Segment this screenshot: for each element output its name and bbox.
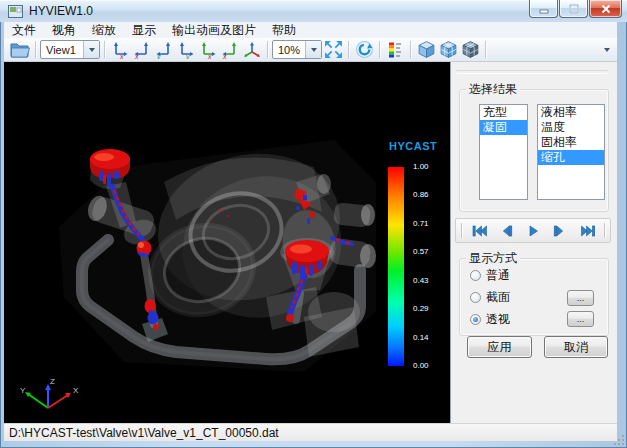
view-along-y-neg-button[interactable]: y <box>175 40 197 60</box>
toolbar-separator <box>485 41 486 58</box>
legend-tick: 0.71 <box>413 219 429 228</box>
combobox-dropdown-arrow[interactable] <box>83 41 99 58</box>
play-icon <box>525 223 541 239</box>
svg-text:y: y <box>185 53 190 59</box>
legend-tick: 0.00 <box>413 361 429 370</box>
playback-toolbar <box>455 218 611 243</box>
radio-perspective[interactable]: 透视 <box>470 312 510 326</box>
menu-export-animation-images[interactable]: 输出动画及图片 <box>164 22 264 38</box>
view-preset-combobox[interactable]: View1 <box>40 40 100 59</box>
cancel-button[interactable]: 取消 <box>544 336 608 358</box>
mesh-cube-dark-icon <box>461 40 480 59</box>
list-item-filling[interactable]: 充型 <box>480 105 527 120</box>
first-frame-icon <box>471 223 488 239</box>
view-along-x-neg-icon: x <box>133 41 151 59</box>
previous-frame-icon <box>498 223 514 239</box>
axis-label-x: X <box>73 386 79 395</box>
app-icon[interactable] <box>8 5 23 18</box>
title-bar[interactable]: HYVIEW1.0 <box>0 0 627 22</box>
fit-to-window-button[interactable] <box>322 40 344 60</box>
window-title: HYVIEW1.0 <box>29 4 93 18</box>
menu-display[interactable]: 显示 <box>124 22 164 38</box>
list-item-temperature[interactable]: 温度 <box>538 120 604 135</box>
svg-text:x: x <box>119 53 124 59</box>
shaded-cube-icon <box>417 40 436 59</box>
svg-text:x: x <box>207 53 212 59</box>
toggle-legend-button[interactable] <box>384 40 406 60</box>
toolbar-overflow-chevron[interactable] <box>604 48 610 52</box>
toolbar-separator <box>35 41 36 58</box>
legend-title: HYCAST <box>389 140 437 152</box>
open-file-button[interactable] <box>9 40 31 60</box>
section-options-button[interactable]: ... <box>567 290 594 306</box>
svg-text:y: y <box>156 53 161 59</box>
rotate-view-button[interactable] <box>353 40 375 60</box>
last-frame-button[interactable] <box>578 222 596 240</box>
maximize-button[interactable] <box>559 0 588 18</box>
legend-tick: 1.00 <box>413 162 429 171</box>
apply-button[interactable]: 应用 <box>467 336 532 358</box>
next-frame-button[interactable] <box>551 222 569 240</box>
mesh-view-button[interactable] <box>437 40 459 60</box>
viewport-3d[interactable]: Y Z X HYCAST 1.00 0.86 0.71 0.57 0.43 0.… <box>4 62 450 423</box>
result-listbox[interactable]: 液相率 温度 固相率 缩孔 <box>537 104 605 200</box>
expand-arrows-icon <box>324 40 343 59</box>
combobox-dropdown-arrow[interactable] <box>305 41 321 58</box>
view-isometric-icon <box>243 41 261 59</box>
view-along-x-neg-button[interactable]: x <box>131 40 153 60</box>
list-item-liquid-fraction[interactable]: 液相率 <box>538 105 604 120</box>
list-item-solid-fraction[interactable]: 固相率 <box>538 135 604 150</box>
radio-section[interactable]: 截面 <box>470 290 510 304</box>
perspective-options-button[interactable]: ... <box>567 311 594 327</box>
view-along-z-icon: x <box>199 41 217 59</box>
view-along-z-neg-icon: x <box>221 41 239 59</box>
radio-circle-checked <box>470 314 481 325</box>
legend-tick: 0.14 <box>413 333 429 342</box>
panel-groove <box>456 70 608 74</box>
last-frame-icon <box>579 223 596 239</box>
display-mode-groupbox: 显示方式 普通 截面 透视 ... ... <box>459 258 609 336</box>
menu-file[interactable]: 文件 <box>4 22 44 38</box>
legend-tick: 0.86 <box>413 190 429 199</box>
view-along-x-icon: x <box>111 41 129 59</box>
color-legend-icon <box>386 41 404 59</box>
menu-help[interactable]: 帮助 <box>264 22 304 38</box>
view-along-y-button[interactable]: y <box>153 40 175 60</box>
chevron-down-icon <box>311 48 317 52</box>
close-icon <box>599 2 613 16</box>
radio-normal[interactable]: 普通 <box>470 268 510 282</box>
mesh-grid-view-button[interactable] <box>459 40 481 60</box>
menu-zoom[interactable]: 缩放 <box>84 22 124 38</box>
legend-tick: 0.43 <box>413 276 429 285</box>
toolbar-separator <box>379 41 380 58</box>
toolbar: View1 x x y <box>4 38 617 62</box>
playbar-separator <box>461 223 462 238</box>
shaded-view-button[interactable] <box>415 40 437 60</box>
stage-listbox[interactable]: 充型 凝固 <box>479 104 528 200</box>
svg-text:x: x <box>134 53 139 59</box>
view-along-z-button[interactable]: x <box>197 40 219 60</box>
side-panel: 选择结果 充型 凝固 液相率 温度 固相率 缩孔 <box>450 62 617 423</box>
maximize-icon <box>567 2 581 16</box>
select-result-groupbox: 选择结果 充型 凝固 液相率 温度 固相率 缩孔 <box>459 89 609 212</box>
zoom-level-combobox[interactable]: 10% <box>272 40 322 59</box>
app-window: HYVIEW1.0 文件 视角 缩放 显示 输出动画及图片 帮助 <box>0 0 627 448</box>
view-along-y-neg-icon: y <box>177 41 195 59</box>
view-isometric-button[interactable] <box>241 40 263 60</box>
list-item-solidification[interactable]: 凝固 <box>480 120 527 135</box>
list-item-shrinkage[interactable]: 缩孔 <box>538 150 604 165</box>
menu-bar: 文件 视角 缩放 显示 输出动画及图片 帮助 <box>4 22 617 38</box>
view-along-y-icon: y <box>155 41 173 59</box>
close-button[interactable] <box>589 0 622 18</box>
minimize-button[interactable] <box>529 0 558 18</box>
legend-tick: 0.57 <box>413 247 429 256</box>
play-button[interactable] <box>524 222 542 240</box>
radio-circle <box>470 292 481 303</box>
axis-label-y: Y <box>20 386 26 395</box>
first-frame-button[interactable] <box>470 222 488 240</box>
view-along-x-button[interactable]: x <box>109 40 131 60</box>
resize-grip[interactable] <box>613 434 625 446</box>
menu-view-angle[interactable]: 视角 <box>44 22 84 38</box>
view-along-z-neg-button[interactable]: x <box>219 40 241 60</box>
previous-frame-button[interactable] <box>497 222 515 240</box>
